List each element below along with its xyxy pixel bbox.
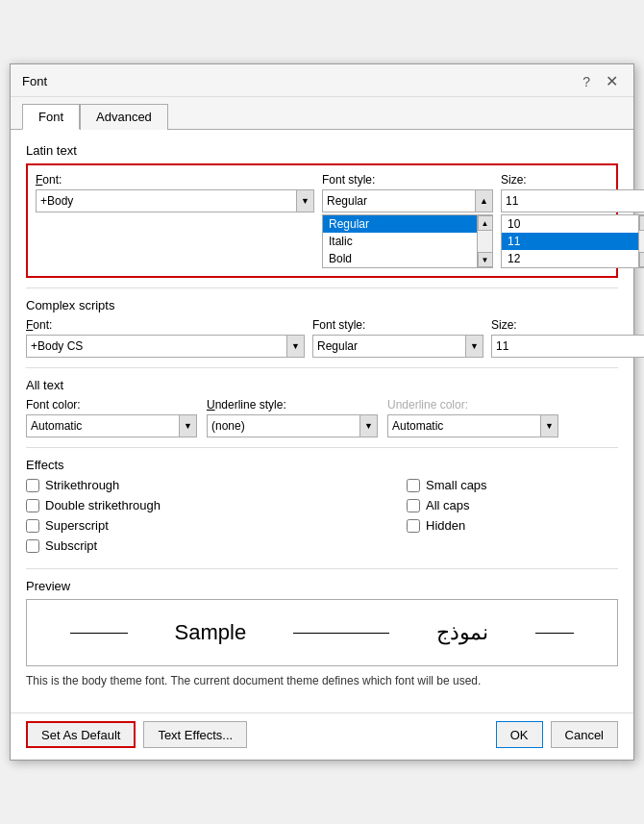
font-color-input[interactable] — [27, 415, 179, 437]
font-style-dropdown[interactable]: ▲ — [322, 189, 493, 212]
all-text-row: Font color: ▼ Underline style: ▼ Underli… — [26, 398, 618, 437]
underline-color-dropdown[interactable]: ▼ — [387, 414, 558, 437]
font-size-listbox-inner: 10 11 12 ▲ ▼ — [502, 215, 644, 267]
underline-color-label: Underline color: — [387, 398, 558, 412]
subscript-checkbox[interactable] — [26, 539, 39, 553]
size-option-10[interactable]: 10 — [502, 215, 638, 233]
complex-style-label: Font style: — [312, 318, 483, 332]
font-size-scrollbar: ▲ ▼ — [638, 215, 644, 267]
size-option-12[interactable]: 12 — [502, 250, 638, 267]
effects-section: Strikethrough Double strikethrough Super… — [26, 478, 618, 559]
font-dialog: Font ? ✕ Font Advanced Latin text Font: — [10, 63, 634, 761]
title-bar-controls: ? ✕ — [579, 72, 622, 90]
font-size-col: Size: 10 11 12 ▲ — [501, 173, 644, 268]
double-strikethrough-label: Double strikethrough — [45, 498, 161, 512]
superscript-checkbox[interactable] — [26, 519, 39, 533]
font-style-scroll-up[interactable]: ▲ — [475, 190, 492, 212]
preview-line-middle — [293, 633, 389, 634]
subscript-item: Subscript — [26, 538, 314, 553]
hidden-checkbox[interactable] — [407, 519, 420, 533]
font-size-label: Size: — [501, 173, 644, 187]
complex-name-col: Font: ▼ — [26, 318, 305, 358]
font-size-listbox: 10 11 12 ▲ ▼ — [501, 214, 644, 268]
footer-right: OK Cancel — [496, 721, 618, 748]
effects-section-label: Effects — [26, 458, 618, 472]
divider-2 — [26, 367, 618, 368]
size-scroll-down-btn[interactable]: ▼ — [639, 252, 645, 267]
tab-bar: Font Advanced — [11, 97, 633, 130]
title-bar: Font ? ✕ — [11, 64, 633, 97]
cancel-button[interactable]: Cancel — [551, 721, 618, 748]
strikethrough-checkbox[interactable] — [26, 479, 39, 492]
complex-font-dropdown-btn[interactable]: ▼ — [286, 336, 304, 357]
complex-size-input[interactable] — [492, 336, 644, 357]
set-as-default-button[interactable]: Set As Default — [26, 721, 136, 748]
font-name-dropdown-btn[interactable]: ▼ — [296, 190, 313, 212]
underline-style-col: Underline style: ▼ — [207, 398, 378, 437]
double-strikethrough-item: Double strikethrough — [26, 498, 314, 512]
tab-advanced[interactable]: Advanced — [80, 104, 168, 130]
effects-right-col: Small caps All caps Hidden — [407, 478, 618, 559]
latin-section-label: Latin text — [26, 143, 618, 158]
style-option-regular[interactable]: Regular — [323, 215, 477, 233]
latin-text-box: Font: ▼ Font style: ▲ — [26, 163, 618, 278]
underline-style-dropdown-btn[interactable]: ▼ — [359, 415, 377, 437]
complex-font-label: Font: — [26, 318, 305, 332]
font-style-label: Font style: — [322, 173, 493, 187]
divider-3 — [26, 447, 618, 448]
complex-font-dropdown[interactable]: ▼ — [26, 335, 305, 358]
subscript-label: Subscript — [45, 538, 97, 553]
latin-font-row: Font: ▼ Font style: ▲ — [36, 173, 608, 268]
font-size-list: 10 11 12 — [502, 215, 638, 267]
font-style-input[interactable] — [323, 190, 475, 212]
divider-1 — [26, 287, 618, 288]
hidden-label: Hidden — [426, 518, 465, 533]
size-scroll-up-btn[interactable]: ▲ — [639, 215, 645, 231]
font-color-dropdown[interactable]: ▼ — [26, 414, 197, 437]
dialog-footer: Set As Default Text Effects... OK Cancel — [11, 712, 633, 760]
footer-left: Set As Default Text Effects... — [26, 721, 247, 748]
underline-style-input[interactable] — [208, 415, 359, 437]
strikethrough-label: Strikethrough — [45, 478, 119, 492]
double-strikethrough-checkbox[interactable] — [26, 499, 39, 512]
font-style-col: Font style: ▲ Regular Italic Bold — [322, 173, 493, 268]
all-caps-label: All caps — [426, 498, 470, 512]
complex-size-dropdown[interactable]: ▼ — [491, 335, 644, 358]
tab-font[interactable]: Font — [22, 104, 80, 130]
effects-left-col: Strikethrough Double strikethrough Super… — [26, 478, 314, 559]
style-scroll-up-btn[interactable]: ▲ — [478, 215, 493, 231]
text-effects-button[interactable]: Text Effects... — [143, 721, 247, 748]
size-option-11[interactable]: 11 — [502, 233, 638, 250]
complex-style-col: Font style: ▼ — [312, 318, 483, 358]
underline-color-input[interactable] — [388, 415, 540, 437]
small-caps-checkbox[interactable] — [407, 479, 420, 492]
font-size-field[interactable] — [501, 189, 644, 212]
help-button[interactable]: ? — [579, 74, 594, 89]
complex-style-input[interactable] — [313, 336, 465, 357]
font-color-dropdown-btn[interactable]: ▼ — [179, 415, 196, 437]
dialog-body: Latin text Font: ▼ Font style: — [11, 130, 633, 712]
close-button[interactable]: ✕ — [602, 72, 622, 90]
font-style-scrollbar: ▲ ▼ — [477, 215, 492, 267]
style-scroll-down-btn[interactable]: ▼ — [478, 252, 493, 267]
superscript-item: Superscript — [26, 518, 314, 533]
font-name-input[interactable] — [37, 190, 296, 212]
font-name-dropdown[interactable]: ▼ — [36, 189, 314, 212]
complex-style-dropdown-btn[interactable]: ▼ — [465, 336, 483, 357]
font-color-col: Font color: ▼ — [26, 398, 197, 437]
complex-row: Font: ▼ Font style: ▼ Size: ▼ — [26, 318, 618, 358]
style-option-italic[interactable]: Italic — [323, 233, 477, 250]
superscript-label: Superscript — [45, 518, 109, 533]
font-size-input[interactable] — [502, 190, 644, 212]
strikethrough-item: Strikethrough — [26, 478, 314, 492]
complex-style-dropdown[interactable]: ▼ — [312, 335, 483, 358]
all-caps-checkbox[interactable] — [407, 499, 420, 512]
underline-color-dropdown-btn[interactable]: ▼ — [540, 415, 557, 437]
ok-button[interactable]: OK — [496, 721, 543, 748]
underline-style-dropdown[interactable]: ▼ — [207, 414, 378, 437]
complex-font-input[interactable] — [27, 336, 286, 357]
font-style-listbox: Regular Italic Bold ▲ ▼ — [322, 214, 493, 268]
preview-line-right — [535, 633, 574, 634]
style-option-bold[interactable]: Bold — [323, 250, 477, 267]
divider-4 — [26, 568, 618, 569]
